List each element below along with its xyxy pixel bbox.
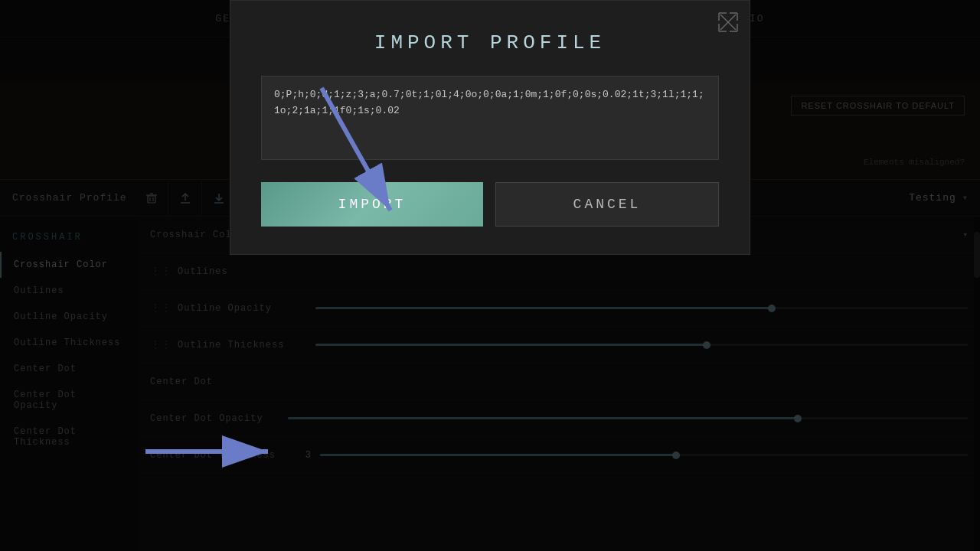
import-profile-modal: IMPORT PROFILE IMPORT CANCEL: [230, 0, 750, 255]
import-button[interactable]: IMPORT: [261, 182, 483, 227]
modal-overlay: IMPORT PROFILE IMPORT CANCEL: [0, 0, 980, 551]
modal-title: IMPORT PROFILE: [261, 31, 719, 54]
page-wrapper: GENERAL CONTROLS CROSSHAIR VIDEO AUDIO G…: [0, 0, 980, 551]
modal-buttons: IMPORT CANCEL: [261, 182, 719, 227]
modal-profile-code-input[interactable]: [261, 76, 719, 160]
cancel-button[interactable]: CANCEL: [495, 182, 719, 227]
close-x-icon: [717, 11, 739, 33]
modal-close-button[interactable]: [716, 10, 740, 34]
